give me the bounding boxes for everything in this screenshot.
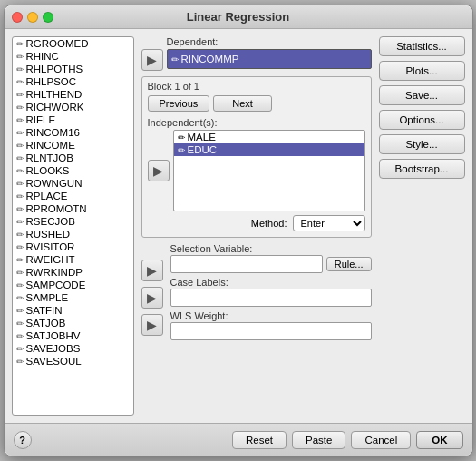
dialog-title: Linear Regression [187, 10, 289, 24]
list-item[interactable]: ✏RHLPOTHS [13, 63, 133, 75]
bottom-bar: ? Reset Paste Cancel OK [5, 423, 472, 456]
minimize-button[interactable] [27, 12, 38, 23]
method-select[interactable]: EnterStepwiseRemoveBackwardForward [293, 215, 365, 231]
bottom-fields: ▶ ▶ ▶ Selection Variable: Rule... [141, 243, 372, 340]
independents-label: Independent(s): [148, 117, 365, 128]
wls-weight-label: WLS Weight: [170, 310, 372, 321]
list-item[interactable]: ✏SAMPCODE [13, 279, 133, 291]
dialog-body: ✏RGROOMED✏RHINC✏RHLPOTHS✏RHLPSOC✏RHLTHEN… [5, 29, 472, 423]
dependent-label: Dependent: [167, 36, 372, 47]
list-item[interactable]: ✏SAMPLE [13, 291, 133, 304]
reset-button[interactable]: Reset [232, 431, 287, 449]
independents-row: ▶ ✏MALE✏EDUC [148, 130, 365, 211]
help-button[interactable]: ? [14, 431, 32, 449]
ok-button[interactable]: OK [416, 431, 462, 449]
middle-panel: ▶ Dependent: ✏ RINCOMMP Block 1 of 1 Pre… [141, 36, 372, 416]
independents-arrow-col: ▶ [148, 130, 170, 211]
style-button[interactable]: Style... [379, 134, 465, 154]
case-labels-row [170, 289, 372, 307]
list-item[interactable]: ✏SAVESOUL [13, 355, 133, 368]
list-item[interactable]: ✏RPLACE [13, 190, 133, 202]
list-item[interactable]: ✏RUSHED [13, 228, 133, 240]
selection-arrow-button[interactable]: ▶ [141, 260, 163, 281]
list-item[interactable]: ✏RVISITOR [13, 240, 133, 253]
list-item[interactable]: ✏SATJOB [13, 317, 133, 329]
case-labels-label: Case Labels: [170, 277, 372, 288]
method-row: Method: EnterStepwiseRemoveBackwardForwa… [148, 215, 365, 231]
list-item[interactable]: ✏RINCOME [13, 139, 133, 152]
list-item[interactable]: ✏RGROOMED [13, 37, 133, 50]
dependent-row: ▶ Dependent: ✏ RINCOMMP [141, 36, 372, 71]
close-button[interactable] [12, 12, 23, 23]
wls-weight-row [170, 322, 372, 340]
method-label: Method: [251, 218, 287, 229]
right-panel: Statistics... Plots... Save... Options..… [379, 36, 465, 416]
options-button[interactable]: Options... [379, 110, 465, 130]
dependent-value: RINCOMMP [181, 54, 239, 64]
traffic-lights [12, 12, 53, 23]
variable-list[interactable]: ✏RGROOMED✏RHINC✏RHLPOTHS✏RHLPSOC✏RHLTHEN… [12, 36, 134, 416]
block-nav: Previous Next [148, 95, 365, 112]
list-item[interactable]: ✏SAVEJOBS [13, 342, 133, 355]
bottom-arrow-col: ▶ ▶ ▶ [141, 243, 167, 340]
maximize-button[interactable] [43, 12, 53, 23]
list-item[interactable]: ✏SATFIN [13, 304, 133, 317]
independents-list[interactable]: ✏MALE✏EDUC [173, 130, 365, 211]
list-item[interactable]: ✏RSECJOB [13, 215, 133, 228]
list-item[interactable]: ✏ROWNGUN [13, 177, 133, 190]
linear-regression-dialog: Linear Regression ✏RGROOMED✏RHINC✏RHLPOT… [4, 5, 473, 456]
plots-button[interactable]: Plots... [379, 61, 465, 81]
list-item[interactable]: ✏RHINC [13, 50, 133, 63]
cancel-button[interactable]: Cancel [351, 431, 411, 449]
selection-variable-input[interactable] [170, 255, 323, 273]
list-item[interactable]: ✏RHLPSOC [13, 75, 133, 88]
title-bar: Linear Regression [5, 5, 472, 29]
list-item[interactable]: ✏RWRKINDP [13, 266, 133, 279]
dependent-field-icon: ✏ [171, 54, 179, 64]
list-item[interactable]: ✏RICHWORK [13, 101, 133, 113]
dependent-field[interactable]: ✏ RINCOMMP [167, 49, 372, 69]
list-item[interactable]: ✏RHLTHEND [13, 88, 133, 101]
list-item[interactable]: ✏RLOOKS [13, 164, 133, 177]
bootstrap-button[interactable]: Bootstrap... [379, 159, 465, 179]
selection-variable-row: Rule... [170, 255, 372, 273]
list-item[interactable]: ✏RINCOM16 [13, 126, 133, 139]
save-button[interactable]: Save... [379, 85, 465, 105]
list-item[interactable]: ✏RPROMOTN [13, 202, 133, 215]
variable-list-panel: ✏RGROOMED✏RHINC✏RHLPOTHS✏RHLPSOC✏RHLTHEN… [12, 36, 134, 416]
wls-arrow-button[interactable]: ▶ [141, 314, 163, 336]
block-title: Block 1 of 1 [148, 81, 365, 92]
statistics-button[interactable]: Statistics... [379, 36, 465, 56]
bottom-fields-col: Selection Variable: Rule... Case Labels: [170, 243, 372, 340]
list-item[interactable]: ✏MALE [174, 131, 364, 143]
list-item[interactable]: ✏RLNTJOB [13, 152, 133, 164]
next-button[interactable]: Next [213, 95, 272, 112]
list-item[interactable]: ✏SATJOBHV [13, 329, 133, 342]
rule-button[interactable]: Rule... [326, 257, 372, 271]
selection-variable-label: Selection Variable: [170, 243, 372, 254]
independents-arrow-button[interactable]: ▶ [148, 160, 170, 181]
previous-button[interactable]: Previous [148, 95, 210, 112]
selection-variable-group: Selection Variable: Rule... [170, 243, 372, 273]
list-item[interactable]: ✏RWEIGHT [13, 253, 133, 266]
case-labels-arrow-button[interactable]: ▶ [141, 287, 163, 309]
dependent-content: Dependent: ✏ RINCOMMP [167, 36, 372, 69]
list-item[interactable]: ✏RIFLE [13, 113, 133, 126]
block-section: Block 1 of 1 Previous Next Independent(s… [141, 76, 372, 238]
wls-weight-input[interactable] [170, 322, 372, 340]
wls-weight-group: WLS Weight: [170, 310, 372, 340]
case-labels-group: Case Labels: [170, 277, 372, 307]
paste-button[interactable]: Paste [292, 431, 345, 449]
dependent-arrow-button[interactable]: ▶ [141, 49, 163, 71]
list-item[interactable]: ✏EDUC [174, 143, 364, 156]
case-labels-input[interactable] [170, 289, 372, 307]
